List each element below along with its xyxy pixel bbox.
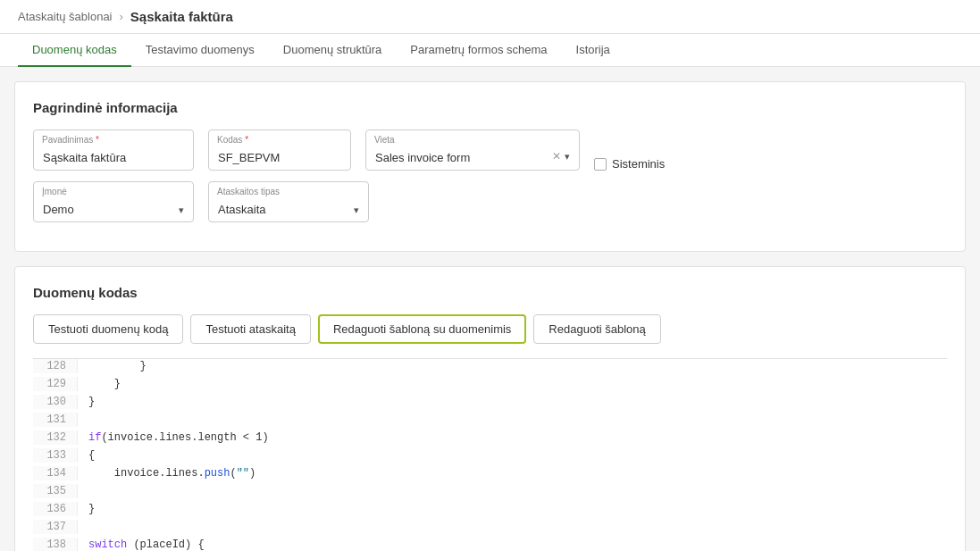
code-section: Duomenų kodas Testuoti duomenų kodą Test…	[14, 266, 966, 551]
line-content-129: }	[78, 377, 131, 391]
kodas-input[interactable]: Kodas * SF_BEPVM	[208, 129, 351, 171]
code-line-130: 130 }	[33, 395, 947, 413]
sisteminis-checkbox[interactable]	[594, 158, 607, 171]
line-content-132: if(invoice.lines.length < 1)	[78, 430, 280, 445]
line-content-136: }	[78, 502, 105, 516]
ataskaitos-tipas-input[interactable]: Ataskaitos tipas Ataskaita ▾	[208, 181, 369, 222]
field-kodas: Kodas * SF_BEPVM	[208, 129, 351, 171]
tab-duomenu-kodas[interactable]: Duomenų kodas	[18, 34, 131, 67]
code-line-132: 132 if(invoice.lines.length < 1)	[33, 430, 947, 448]
breadcrumb-separator: ›	[120, 10, 123, 23]
line-content-130: }	[78, 395, 105, 409]
field-vieta: Vieta Sales invoice form ✕ ▾	[365, 129, 580, 171]
code-line-129: 129 }	[33, 377, 947, 395]
code-line-128: 128 }	[33, 359, 947, 377]
line-num-135: 135	[33, 484, 78, 498]
imone-input[interactable]: Įmonė Demo ▾	[33, 181, 194, 222]
field-pavadinimas: Pavadinimas * Sąskaita faktūra	[33, 129, 194, 171]
line-num-130: 130	[33, 395, 78, 409]
code-buttons-row: Testuoti duomenų kodą Testuoti ataskaitą…	[33, 314, 947, 344]
line-num-133: 133	[33, 448, 78, 463]
line-num-128: 128	[33, 359, 78, 373]
code-line-134: 134 invoice.lines.push("")	[33, 466, 947, 484]
code-line-136: 136 }	[33, 502, 947, 520]
line-content-131	[78, 413, 105, 427]
line-num-138: 138	[33, 538, 78, 551]
tab-istorija[interactable]: Istorija	[562, 34, 624, 67]
code-line-133: 133 {	[33, 448, 947, 466]
line-content-135	[78, 484, 105, 498]
tab-parametru-formos-schema[interactable]: Parametrų formos schema	[396, 34, 561, 67]
line-num-134: 134	[33, 466, 78, 480]
testuoti-ataskaita-button[interactable]: Testuoti ataskaitą	[190, 314, 310, 344]
basic-info-title: Pagrindinė informacija	[33, 100, 947, 115]
sisteminis-checkbox-group: Sisteminis	[594, 148, 665, 171]
form-row-2: Įmonė Demo ▾ Ataskaitos tipas Ataskaita …	[33, 181, 947, 222]
code-line-131: 131	[33, 413, 947, 430]
line-content-133: {	[78, 448, 105, 463]
vieta-label: Vieta	[374, 135, 395, 145]
line-content-134: invoice.lines.push("")	[78, 466, 266, 480]
vieta-dropdown-button[interactable]: ▾	[565, 151, 570, 163]
main-content: Pagrindinė informacija Pavadinimas * Sąs…	[0, 81, 980, 551]
redaguoti-sablona-su-duomenimis-button[interactable]: Redaguoti šabloną su duomenimis	[318, 314, 526, 344]
tab-testavimo-duomenys[interactable]: Testavimo duomenys	[131, 34, 269, 67]
sisteminis-label: Sisteminis	[612, 157, 665, 171]
form-row-1: Pavadinimas * Sąskaita faktūra Kodas * S…	[33, 129, 947, 171]
line-content-138: switch (placeId) {	[78, 538, 215, 551]
code-section-title: Duomenų kodas	[33, 285, 947, 300]
pavadinimas-label: Pavadinimas *	[42, 135, 99, 145]
field-imone: Įmonė Demo ▾	[33, 181, 194, 222]
line-content-128: }	[78, 359, 157, 373]
testuoti-duomenu-koda-button[interactable]: Testuoti duomenų kodą	[33, 314, 183, 344]
kodas-label: Kodas *	[217, 135, 248, 145]
code-line-135: 135	[33, 484, 947, 502]
line-num-132: 132	[33, 430, 78, 445]
code-line-138: 138 switch (placeId) {	[33, 538, 947, 551]
code-editor[interactable]: 128 } 129 } 130 } 131 132 if(i	[33, 358, 947, 551]
tab-duomenu-struktura[interactable]: Duomenų struktūra	[269, 34, 397, 67]
breadcrumb-current: Sąskaita faktūra	[130, 9, 233, 24]
basic-info-section: Pagrindinė informacija Pavadinimas * Sąs…	[14, 81, 966, 252]
breadcrumb: Ataskaitų šablonai › Sąskaita faktūra	[0, 0, 980, 34]
pavadinimas-input[interactable]: Pavadinimas * Sąskaita faktūra	[33, 129, 194, 171]
line-num-131: 131	[33, 413, 78, 427]
line-num-136: 136	[33, 502, 78, 516]
line-content-137	[78, 520, 105, 534]
code-line-137: 137	[33, 520, 947, 538]
ataskaitos-tipas-dropdown-button[interactable]: ▾	[354, 205, 359, 216]
vieta-clear-button[interactable]: ✕	[552, 150, 561, 163]
vieta-input[interactable]: Vieta Sales invoice form ✕ ▾	[365, 129, 580, 171]
redaguoti-sablona-button[interactable]: Redaguoti šabloną	[533, 314, 660, 344]
ataskaitos-tipas-label: Ataskaitos tipas	[217, 187, 280, 196]
field-ataskaitos-tipas: Ataskaitos tipas Ataskaita ▾	[208, 181, 369, 222]
vieta-controls: ✕ ▾	[552, 150, 570, 163]
imone-label: Įmonė	[42, 187, 67, 196]
tabs-bar: Duomenų kodas Testavimo duomenys Duomenų…	[0, 34, 980, 67]
line-num-129: 129	[33, 377, 78, 391]
breadcrumb-parent[interactable]: Ataskaitų šablonai	[18, 10, 113, 23]
line-num-137: 137	[33, 520, 78, 534]
imone-dropdown-button[interactable]: ▾	[179, 205, 184, 216]
